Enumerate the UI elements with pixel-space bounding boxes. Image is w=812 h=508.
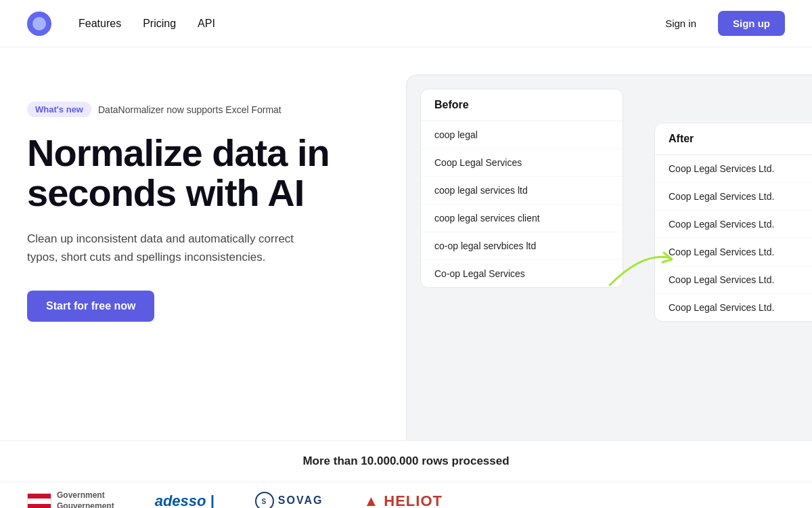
flag-icon: [27, 493, 51, 508]
before-row-0: coop legal: [421, 121, 623, 149]
logos-bar: GovernmentGouvernement adesso | SSOVAG ▲…: [0, 482, 812, 508]
nav-right: Sign in Sign up: [654, 11, 785, 36]
logo-sovag: SSOVAG: [255, 492, 323, 508]
logo[interactable]: [27, 12, 51, 36]
heliot-label: ▲ HELIOT: [363, 492, 443, 508]
arrow-container: [603, 238, 684, 295]
gov-label: GovernmentGouvernement: [57, 490, 114, 508]
before-panel: Before coop legal Coop Legal Services co…: [420, 89, 623, 288]
logo-heliot: ▲ HELIOT: [363, 492, 443, 508]
after-row-1: Coop Legal Services Ltd.: [655, 183, 812, 211]
whats-new-text: DataNormalizer now supports Excel Format: [98, 104, 281, 115]
nav-features[interactable]: Features: [78, 18, 121, 30]
stats-text: More than 10.000.000 rows processed: [302, 454, 509, 467]
logo-adesso: adesso |: [155, 492, 215, 508]
hero-demo: Before coop legal Coop Legal Services co…: [406, 88, 785, 440]
logo-inner: [32, 17, 46, 30]
after-header: After: [655, 123, 812, 155]
logo-government: GovernmentGouvernement: [27, 490, 114, 508]
demo-window: Before coop legal Coop Legal Services co…: [406, 75, 812, 440]
cta-button[interactable]: Start for free now: [27, 291, 154, 322]
hero-subtitle: Clean up inconsistent data and automatic…: [27, 230, 311, 266]
before-row-5: Co-op Legal Services: [421, 260, 623, 287]
hero-section: What's new DataNormalizer now supports E…: [0, 47, 812, 440]
signup-button[interactable]: Sign up: [718, 11, 785, 36]
before-row-3: coop legal services client: [421, 205, 623, 232]
before-row-4: co-op legal servbices ltd: [421, 232, 623, 260]
before-row-2: coop legal services ltd: [421, 177, 623, 205]
hero-title: Normalize data in seconds with AI: [27, 133, 406, 213]
sovag-label: SSOVAG: [255, 494, 323, 506]
hero-content: What's new DataNormalizer now supports E…: [27, 88, 406, 322]
arrow-icon: [603, 238, 684, 292]
after-row-5: Coop Legal Services Ltd.: [655, 294, 812, 321]
nav-api[interactable]: API: [198, 18, 215, 30]
whats-new-badge[interactable]: What's new: [27, 102, 91, 117]
nav-pricing[interactable]: Pricing: [143, 18, 176, 30]
stats-bar: More than 10.000.000 rows processed: [0, 440, 812, 482]
signin-button[interactable]: Sign in: [654, 12, 707, 35]
after-row-0: Coop Legal Services Ltd.: [655, 155, 812, 183]
before-row-1: Coop Legal Services: [421, 149, 623, 177]
after-row-2: Coop Legal Services Ltd.: [655, 211, 812, 238]
before-header: Before: [421, 89, 623, 121]
navbar: Features Pricing API Sign in Sign up: [0, 0, 812, 47]
adesso-label: adesso |: [155, 492, 215, 508]
nav-links: Features Pricing API: [78, 18, 654, 30]
whats-new-bar: What's new DataNormalizer now supports E…: [27, 102, 406, 117]
